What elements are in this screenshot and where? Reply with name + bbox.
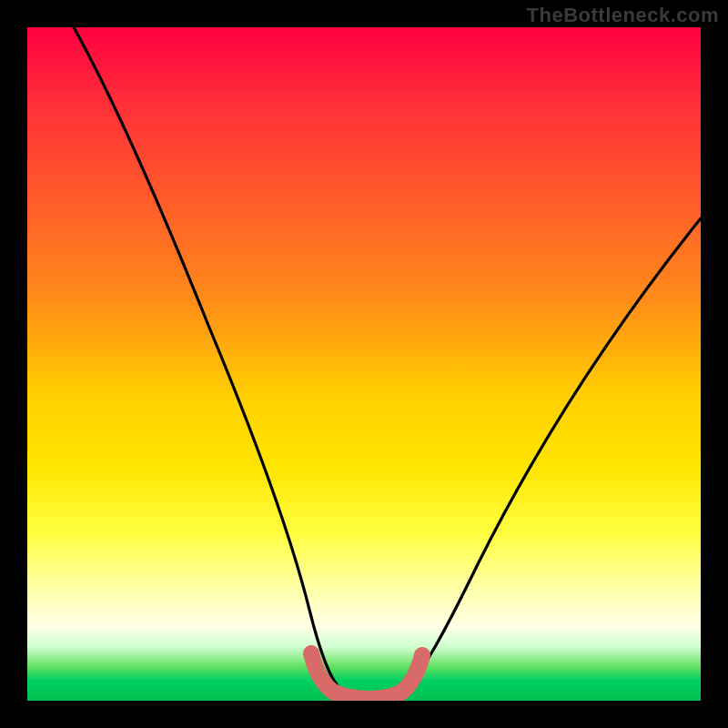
watermark-text: TheBottleneck.com [527, 4, 719, 27]
plot-area [27, 27, 701, 701]
curves-layer [27, 27, 701, 701]
sweet-spot-band [311, 653, 422, 699]
bottleneck-curve [74, 27, 701, 697]
chart-frame: TheBottleneck.com [0, 0, 728, 728]
